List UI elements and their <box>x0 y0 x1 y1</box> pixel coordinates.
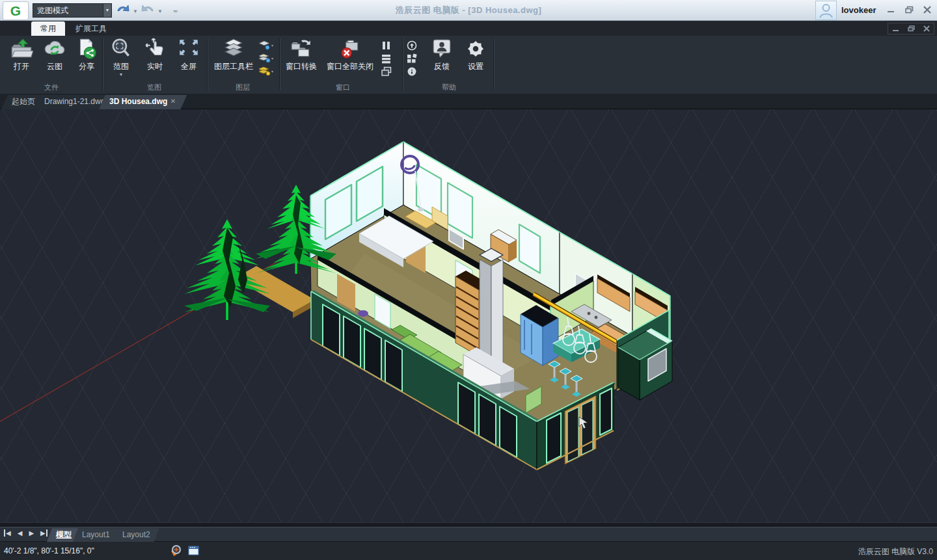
document-tab-bar: 起始页 Drawing1-21.dwg 3D Housea.dwg ✕ <box>0 94 937 109</box>
tab-close-icon[interactable]: ✕ <box>169 98 177 105</box>
doc-close-button[interactable] <box>923 23 930 34</box>
check-update-button[interactable] <box>406 40 422 51</box>
group-divider <box>493 38 495 90</box>
first-tab-icon[interactable]: ◀ <box>4 529 11 537</box>
tab-layout2[interactable]: Layout2 <box>113 528 159 542</box>
window-switch-icon <box>290 37 313 60</box>
layer-lock-button[interactable]: ▾ <box>259 66 275 77</box>
last-tab-icon[interactable]: ▶ <box>40 529 48 537</box>
ribbon-tab-extended[interactable]: 扩展工具 <box>66 21 116 36</box>
pan-hand-icon <box>143 37 167 60</box>
username-label[interactable]: lovokeer <box>841 5 876 15</box>
minimize-button[interactable] <box>885 5 897 14</box>
document-window-controls <box>888 23 934 34</box>
layout-tab-bar: ◀ ◀ ▶ ▶ 模型 Layout1 Layout2 <box>0 527 937 542</box>
layer-freeze-button[interactable]: ▾ <box>259 53 275 64</box>
feedback-label: 反馈 <box>434 61 450 72</box>
title-bar: G 览图模式 ▼ ▼ ▼ ≂ 浩辰云图 电脑版 - [3D Housea.dwg… <box>0 0 937 21</box>
group-divider <box>279 38 280 90</box>
restore-button[interactable] <box>903 5 915 14</box>
group-label-window: 窗口 <box>314 83 372 92</box>
group-divider <box>207 38 208 90</box>
layer-toolbar-label: 图层工具栏 <box>214 61 253 72</box>
close-button[interactable] <box>921 5 933 14</box>
tile-vertical-button[interactable] <box>381 40 396 51</box>
ribbon-tab-row: 常用 扩展工具 <box>0 21 937 36</box>
settings-gear-icon <box>464 37 487 60</box>
ribbon-tab-home[interactable]: 常用 <box>31 21 65 36</box>
app-version-label: 浩辰云图 电脑版 V3.0 <box>858 546 933 557</box>
user-avatar[interactable] <box>815 1 837 20</box>
share-button[interactable]: 分享 <box>70 37 103 81</box>
open-icon <box>10 37 33 60</box>
pan-realtime-button[interactable]: 实时 <box>138 37 172 81</box>
window-switch-button[interactable]: 窗口转换 <box>281 37 321 81</box>
window-close-all-icon <box>338 37 362 60</box>
pan-realtime-label: 实时 <box>147 61 163 72</box>
feedback-button[interactable]: 反馈 <box>425 37 459 81</box>
doc-minimize-button[interactable] <box>893 23 899 34</box>
group-label-layer: 图层 <box>213 83 272 92</box>
prev-tab-icon[interactable]: ◀ <box>18 529 23 537</box>
settings-button[interactable]: 设置 <box>459 37 493 81</box>
group-label-view: 览图 <box>125 83 183 92</box>
purple-object <box>358 310 368 317</box>
fullscreen-label: 全屏 <box>181 61 197 72</box>
layer-on-button[interactable]: ▾ <box>259 40 275 51</box>
coordinates-readout: 40'-2 1/8", 80'-1 15/16", 0" <box>4 546 94 555</box>
layers-icon <box>222 37 245 60</box>
ribbon: 常用 扩展工具 打开 <box>0 21 937 94</box>
zoom-extents-dropdown-icon[interactable]: ▼ <box>119 72 124 77</box>
tile-horizontal-button[interactable] <box>381 53 396 64</box>
tab-layout1[interactable]: Layout1 <box>73 528 119 542</box>
zoom-tool-icon[interactable] <box>169 544 182 560</box>
share-icon <box>75 37 98 60</box>
cloud-button[interactable]: 云图 <box>38 37 72 81</box>
feedback-icon <box>430 37 454 60</box>
status-bar: 40'-2 1/8", 80'-1 15/16", 0" 浩辰云图 电脑版 V3… <box>0 542 937 560</box>
zoom-extents-icon <box>109 37 133 60</box>
about-info-button[interactable] <box>406 66 422 77</box>
share-label: 分享 <box>79 61 94 72</box>
next-tab-icon[interactable]: ▶ <box>29 529 34 537</box>
drawing-canvas[interactable] <box>0 109 937 527</box>
fullscreen-icon <box>177 37 200 60</box>
window-close-all-label: 窗口全部关闭 <box>327 61 373 72</box>
open-label: 打开 <box>14 61 29 72</box>
group-divider <box>402 38 403 90</box>
window-switch-label: 窗口转换 <box>286 61 317 72</box>
doc-restore-button[interactable] <box>908 23 915 34</box>
zoom-extents-button[interactable]: 范围 ▼ <box>104 37 138 81</box>
group-label-help: 帮助 <box>420 83 478 92</box>
ribbon-body: 打开 云图 分享 <box>0 36 937 94</box>
3d-house-scene <box>0 109 937 527</box>
zoom-extents-label: 范围 <box>113 61 129 72</box>
fullscreen-button[interactable]: 全屏 <box>172 37 206 81</box>
canvas-scroll-strip[interactable] <box>0 522 937 527</box>
cloud-icon <box>43 37 66 60</box>
application-window: G 览图模式 ▼ ▼ ▼ ≂ 浩辰云图 电脑版 - [3D Housea.dwg… <box>0 0 937 560</box>
group-label-file: 文件 <box>22 83 81 92</box>
cloud-label: 云图 <box>47 61 62 72</box>
house-model <box>310 142 672 470</box>
open-button[interactable]: 打开 <box>5 37 38 81</box>
modules-button[interactable] <box>406 53 422 64</box>
window-close-all-button[interactable]: 窗口全部关闭 <box>323 37 377 81</box>
walkway <box>234 266 315 318</box>
window-title: 浩辰云图 电脑版 - [3D Housea.dwg] <box>0 5 937 16</box>
group-divider <box>102 38 103 90</box>
viewport-window-icon[interactable] <box>187 544 200 560</box>
cascade-windows-button[interactable] <box>381 66 396 77</box>
layer-toolbar-button[interactable]: 图层工具栏 <box>210 37 258 81</box>
settings-label: 设置 <box>468 61 483 72</box>
